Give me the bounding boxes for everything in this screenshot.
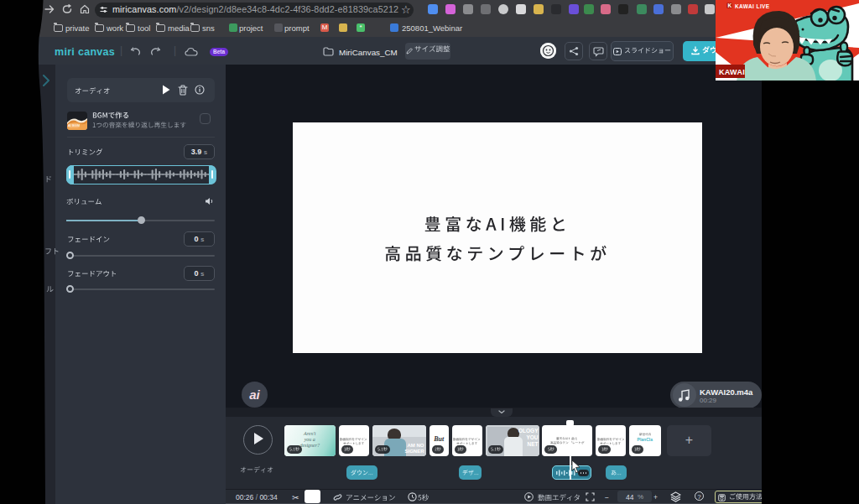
svg-text:KAWAI: KAWAI	[719, 68, 745, 76]
svg-text:K: K	[728, 3, 732, 8]
svg-text:KAWAI LIVE: KAWAI LIVE	[735, 3, 770, 9]
